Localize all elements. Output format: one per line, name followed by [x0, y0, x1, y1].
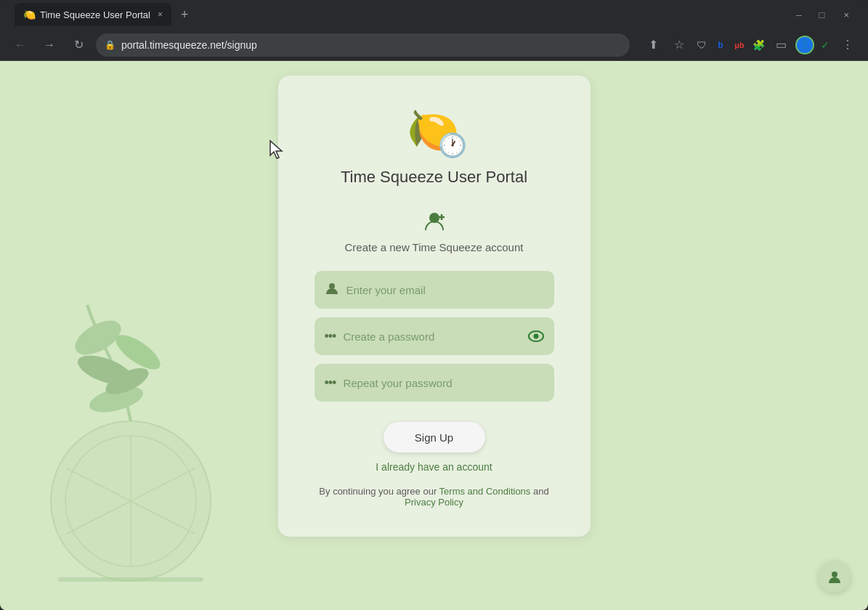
sidebar-button[interactable]: ▭ [769, 33, 792, 57]
logo-area: 🍋 🕐 Time Squeeze User Portal [341, 105, 527, 187]
svg-point-18 [832, 572, 837, 577]
share-button[interactable]: ⬆ [641, 33, 665, 57]
email-input-wrap [315, 271, 554, 309]
password-field[interactable] [343, 330, 520, 343]
signup-subtitle: Create a new Time Squeeze account [345, 241, 524, 253]
tab-favicon: 🍋 [23, 9, 36, 20]
signup-card: 🍋 🕐 Time Squeeze User Portal Create a ne… [278, 76, 591, 537]
terms-prefix: By continuing you agree our [319, 486, 439, 497]
nav-bar: ← → ↻ 🔒 portal.timesqueeze.net/signup ⬆ … [0, 29, 868, 61]
back-button[interactable]: ← [9, 33, 32, 57]
login-link[interactable]: I already have an account [376, 461, 492, 473]
terms-text: By continuing you agree our Terms and Co… [315, 486, 554, 508]
close-button[interactable]: × [833, 9, 859, 20]
support-button[interactable] [819, 561, 851, 593]
repeat-password-input-group: ••• [315, 364, 554, 402]
background-illustration [22, 298, 240, 588]
email-input-group [315, 271, 554, 309]
privacy-policy-link[interactable]: Privacy Policy [405, 497, 463, 508]
email-field[interactable] [346, 284, 544, 296]
title-bar: 🍋 Time Squeeze User Portal × + – □ × [0, 0, 868, 29]
url-text: portal.timesqueeze.net/signup [121, 39, 621, 51]
password-input-wrap: ••• [315, 317, 554, 355]
app-logo: 🍋 🕐 [407, 105, 461, 156]
repeat-password-dots: ••• [325, 375, 336, 391]
maximize-button[interactable]: □ [811, 9, 834, 20]
tab-title-text: Time Squeeze User Portal [40, 9, 150, 20]
lock-icon: 🔒 [105, 40, 115, 50]
window-controls: – □ × [497, 9, 859, 20]
profile-icon: 👤 [799, 39, 811, 50]
password-dots: ••• [325, 329, 336, 344]
tab-bar: 🍋 Time Squeeze User Portal × + [9, 1, 491, 28]
extension-puzzle[interactable]: 🧩 [750, 37, 766, 53]
bitwarden-icon: b [718, 40, 723, 50]
svg-point-15 [329, 283, 335, 289]
repeat-password-field[interactable] [343, 377, 543, 389]
profile-button[interactable]: 👤 [795, 36, 814, 54]
shield-icon: 🛡 [697, 39, 707, 51]
repeat-password-input-wrap: ••• [315, 364, 554, 402]
tab-close-button[interactable]: × [158, 9, 163, 20]
extension-shield[interactable]: 🛡 [694, 37, 710, 53]
extensions-area: 🛡 b μb 🧩 ▭ 👤 ✓ ⋮ [694, 33, 859, 57]
svg-point-17 [533, 334, 538, 339]
terms-and: and [530, 486, 548, 497]
nav-actions: ⬆ ☆ 🛡 b μb 🧩 ▭ 👤 ✓ ⋮ [641, 33, 859, 57]
green-check-icon[interactable]: ✓ [817, 37, 833, 53]
toggle-password-visibility-button[interactable] [528, 330, 544, 342]
password-input-group: ••• [315, 317, 554, 355]
active-tab[interactable]: 🍋 Time Squeeze User Portal × [15, 3, 171, 26]
new-tab-button[interactable]: + [174, 4, 195, 25]
forward-button[interactable]: → [38, 33, 61, 57]
browser-window: 🍋 Time Squeeze User Portal × + – □ × ← →… [0, 0, 868, 610]
svg-rect-11 [58, 577, 203, 582]
page-content: 🍋 🕐 Time Squeeze User Portal Create a ne… [0, 61, 868, 610]
terms-conditions-link[interactable]: Terms and Conditions [439, 486, 531, 497]
app-title: Time Squeeze User Portal [341, 168, 527, 187]
bookmark-button[interactable]: ☆ [668, 33, 691, 57]
add-user-icon [423, 211, 446, 237]
signup-button[interactable]: Sign Up [384, 422, 485, 452]
extension-bitwarden[interactable]: b [713, 37, 729, 53]
ublock-icon: μb [734, 41, 744, 49]
person-icon [325, 281, 339, 299]
clock-emoji: 🕐 [438, 131, 467, 159]
minimize-button[interactable]: – [787, 9, 810, 20]
reload-button[interactable]: ↻ [67, 33, 90, 57]
puzzle-icon: 🧩 [753, 39, 765, 51]
extension-ublockred[interactable]: μb [731, 37, 747, 53]
address-bar[interactable]: 🔒 portal.timesqueeze.net/signup [96, 33, 630, 57]
menu-button[interactable]: ⋮ [836, 33, 859, 57]
